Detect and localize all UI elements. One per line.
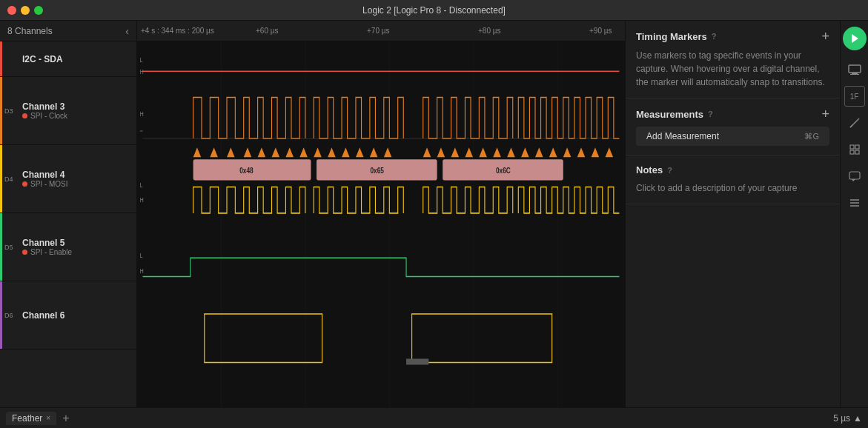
bottombar: Feather × + 5 µs ▲ xyxy=(0,407,868,428)
play-button[interactable] xyxy=(843,27,867,50)
channel-name: Channel 4 xyxy=(22,170,129,180)
tab-label: Feather xyxy=(12,413,42,424)
notes-header: Notes ? xyxy=(636,164,829,175)
channel-item-4[interactable]: D4 Channel 4 SPI - MOSI xyxy=(0,145,136,213)
protocol-label: SPI - Clock xyxy=(30,112,67,120)
sidebar-header: 8 Channels ‹ xyxy=(0,21,136,41)
timing-markers-label: Timing Markers xyxy=(636,31,707,42)
channel-item-i2c-sda[interactable]: I2C - SDA xyxy=(0,41,136,77)
channel-item-5[interactable]: D5 Channel 5 SPI - Enable xyxy=(0,213,136,281)
sample-rate-area: 5 µs ▲ xyxy=(833,413,862,424)
measurements-header: Measurements ? + xyxy=(636,107,829,121)
feather-tab[interactable]: Feather × xyxy=(6,412,56,425)
notes-title: Notes ? xyxy=(636,164,672,175)
svg-text:L: L xyxy=(140,56,143,64)
minimize-button[interactable] xyxy=(21,6,30,15)
grid-button[interactable] xyxy=(844,139,865,160)
svg-text:0x6C: 0x6C xyxy=(496,166,511,175)
timing-markers-header: Timing Markers ? + xyxy=(636,30,829,43)
notes-help-icon[interactable]: ? xyxy=(667,166,672,175)
channel-item-3[interactable]: D3 Channel 3 SPI - Clock xyxy=(0,77,136,145)
waveform-svg: L H H xyxy=(137,41,625,407)
collapse-sidebar-button[interactable]: ‹ xyxy=(125,25,129,37)
waveform-tracks[interactable]: L H H xyxy=(137,41,625,407)
channel-item-6[interactable]: D6 Channel 6 xyxy=(0,281,136,350)
add-tab-button[interactable]: + xyxy=(62,412,69,425)
svg-text:H: H xyxy=(140,267,144,275)
sidebar: 8 Channels ‹ I2C - SDA D3 Channel 3 SPI … xyxy=(0,21,137,407)
channel-id: D4 xyxy=(4,175,13,183)
svg-marker-53 xyxy=(852,34,858,43)
add-measurement-button[interactable]: Add Measurement ⌘G xyxy=(636,127,829,146)
play-icon xyxy=(850,33,859,44)
channel-id: D5 xyxy=(4,244,13,251)
close-button[interactable] xyxy=(7,6,16,15)
right-panel: Timing Markers ? + Use markers to tag sp… xyxy=(625,21,840,407)
maximize-button[interactable] xyxy=(34,6,43,15)
tab-close-button[interactable]: × xyxy=(46,414,50,422)
time-ruler: +4 s : 344 ms : 200 µs +60 µs +70 µs +80… xyxy=(137,21,625,41)
svg-text:L: L xyxy=(140,252,143,259)
notes-label: Notes xyxy=(636,164,663,175)
svg-text:L: L xyxy=(140,181,143,189)
ruler-button[interactable] xyxy=(844,113,865,133)
add-measurement-shortcut: ⌘G xyxy=(804,132,819,141)
waveform-container[interactable]: +4 s : 344 ms : 200 µs +60 µs +70 µs +80… xyxy=(137,21,625,407)
channel-info: I2C - SDA xyxy=(22,54,129,64)
notes-section: Notes ? Click to add a description of yo… xyxy=(626,156,840,204)
svg-text:H: H xyxy=(140,196,144,204)
time-mark-70: +70 µs xyxy=(367,27,390,35)
channel-info: Channel 6 xyxy=(22,310,129,321)
svg-text:H: H xyxy=(140,68,144,76)
measurements-title: Measurements ? xyxy=(636,109,713,120)
svg-rect-63 xyxy=(849,172,860,179)
time-offset: +4 s : 344 ms : 200 µs xyxy=(141,27,214,35)
measurements-add-button[interactable]: + xyxy=(821,107,829,121)
device-button[interactable] xyxy=(844,59,865,80)
timing-markers-help-icon[interactable]: ? xyxy=(712,32,717,41)
svg-rect-59 xyxy=(850,145,854,149)
notes-placeholder[interactable]: Click to add a description of your captu… xyxy=(636,181,829,195)
protocol-color-dot xyxy=(22,181,27,187)
window-title: Logic 2 [Logic Pro 8 - Disconnected] xyxy=(362,5,506,16)
channel-color-indicator xyxy=(0,281,2,349)
one-f-button[interactable]: 1F xyxy=(844,86,865,107)
device-icon xyxy=(848,64,861,75)
time-mark-80: +80 µs xyxy=(478,27,501,35)
channel-color-indicator xyxy=(0,41,2,76)
timing-markers-description: Use markers to tag specific events in yo… xyxy=(636,49,829,89)
svg-rect-62 xyxy=(855,150,859,154)
tabs-area: Feather × + xyxy=(6,412,70,425)
protocol-label: SPI - Enable xyxy=(30,248,72,256)
list-button[interactable] xyxy=(844,193,865,213)
channel-info: Channel 4 SPI - MOSI xyxy=(22,170,129,188)
channel-id: D6 xyxy=(4,312,13,319)
svg-rect-60 xyxy=(855,145,859,149)
protocol-color-dot xyxy=(22,113,27,118)
right-toolbar: 1F xyxy=(840,21,868,407)
protocol-color-dot xyxy=(22,250,27,255)
add-measurement-label: Add Measurement xyxy=(646,131,719,141)
ruler-icon xyxy=(849,117,861,129)
channel-color-indicator xyxy=(0,213,2,281)
svg-line-58 xyxy=(850,125,852,127)
list-icon xyxy=(849,198,861,207)
protocol-label: SPI - MOSI xyxy=(30,180,68,188)
channel-name: Channel 6 xyxy=(22,310,129,321)
chat-button[interactable] xyxy=(844,166,865,187)
channel-info: Channel 5 SPI - Enable xyxy=(22,238,129,256)
measurements-help-icon[interactable]: ? xyxy=(708,110,713,118)
main-content: 8 Channels ‹ I2C - SDA D3 Channel 3 SPI … xyxy=(0,21,868,407)
svg-rect-56 xyxy=(850,74,859,75)
timing-markers-section: Timing Markers ? + Use markers to tag sp… xyxy=(626,21,840,98)
time-mark-90: +90 µs xyxy=(589,27,612,35)
channel-color-indicator xyxy=(0,145,2,213)
sidebar-title: 8 Channels xyxy=(7,26,53,36)
measurements-label: Measurements xyxy=(636,109,703,120)
time-mark-60: +60 µs xyxy=(256,27,279,35)
channel-protocol: SPI - Enable xyxy=(22,248,129,256)
timing-markers-add-button[interactable]: + xyxy=(821,30,829,43)
channel-protocol: SPI - Clock xyxy=(22,112,129,120)
sample-rate-chevron[interactable]: ▲ xyxy=(853,413,862,424)
svg-rect-61 xyxy=(850,150,854,154)
